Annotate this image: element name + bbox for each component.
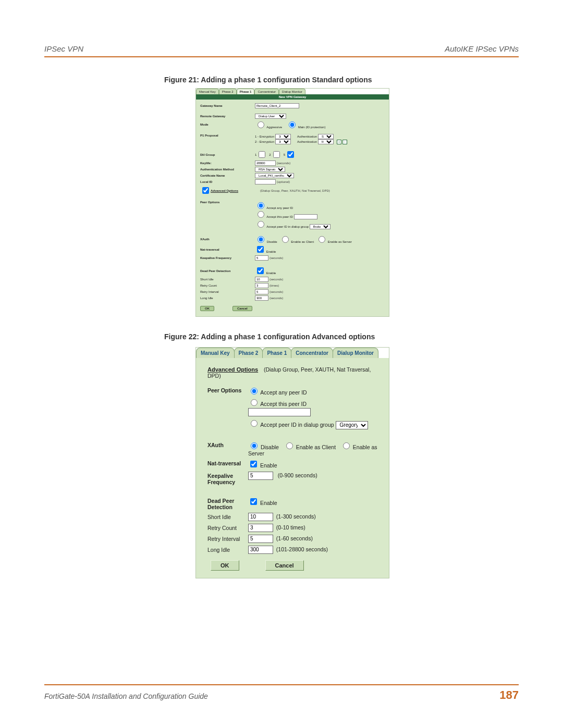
figure22-screenshot: Manual Key Phase 2 Phase 1 Concentrator …: [195, 347, 389, 578]
footer-title: FortiGate-50A Installation and Configura…: [44, 692, 208, 700]
tab22-phase2[interactable]: Phase 2: [234, 348, 263, 358]
footer-page-number: 187: [499, 688, 519, 702]
keepalive-input[interactable]: [248, 472, 273, 480]
header-left: IPSec VPN: [44, 44, 83, 53]
xauth-label: XAuth: [200, 238, 255, 241]
nat-enable-check[interactable]: Enable: [255, 244, 276, 254]
keepalive-label: Keepalive Frequency: [200, 256, 255, 260]
peer-this-radio[interactable]: Accept this peer ID: [248, 401, 307, 407]
nat-enable-check[interactable]: Enable: [248, 462, 277, 468]
dpd-label: Dead Peer Detection: [207, 497, 248, 510]
cancel-button[interactable]: Cancel: [265, 560, 304, 571]
adv-options-heading[interactable]: Advanced Options: [207, 366, 262, 373]
tab-dialup-monitor[interactable]: Dialup Monitor: [279, 89, 305, 94]
figure21-screenshot: Manual Key Phase 2 Phase 1 Concentrator …: [195, 88, 389, 317]
nat-label: Nat-traversal: [200, 248, 255, 251]
p1-auth2-select[interactable]: MD5: [318, 139, 334, 144]
retry-interval-input[interactable]: [255, 289, 268, 294]
xauth-disable-radio[interactable]: Disable: [255, 235, 277, 243]
fig21-tabs: Manual Key Phase 2 Phase 1 Concentrator …: [196, 89, 389, 94]
ok-button[interactable]: OK: [200, 306, 214, 311]
peer-group-radio[interactable]: Accept peer ID in dialup group: [248, 422, 334, 428]
local-id-label: Local ID: [200, 180, 255, 183]
mode-main-radio[interactable]: Main (ID protection): [286, 120, 325, 129]
ok-button[interactable]: OK: [211, 560, 239, 571]
tab-manual-key[interactable]: Manual Key: [196, 89, 219, 94]
mode-label: Mode: [200, 123, 255, 126]
remote-gateway-label: Remote Gateway: [200, 115, 255, 118]
retry-count-input[interactable]: [248, 524, 273, 532]
auth-method-select[interactable]: RSA Signature: [255, 167, 285, 172]
p1-proposal-label: P1 Proposal: [200, 134, 255, 137]
tab-phase2[interactable]: Phase 2: [219, 89, 237, 94]
fig22-tabs: Manual Key Phase 2 Phase 1 Concentrator …: [196, 348, 389, 358]
page-footer: FortiGate-50A Installation and Configura…: [44, 684, 519, 702]
dh2-check[interactable]: [273, 151, 280, 158]
figure22-caption: Figure 22: Adding a phase 1 configuratio…: [164, 332, 519, 341]
remote-gateway-select[interactable]: Dialup User: [255, 114, 286, 119]
peer-group-select[interactable]: Gregory: [336, 421, 368, 429]
auth-method-label: Authentication Method: [200, 168, 255, 171]
keepalive-label: Keepalive Frequency: [207, 472, 248, 485]
tab22-phase1[interactable]: Phase 1: [262, 348, 291, 358]
figure21-caption: Figure 21: Adding a phase 1 configuratio…: [164, 76, 519, 84]
mode-aggressive-radio[interactable]: Aggressive: [255, 120, 282, 129]
keylife-label: Keylife:: [200, 162, 255, 165]
peer-this-input[interactable]: [294, 214, 317, 219]
retry-count-input[interactable]: [255, 283, 268, 288]
tab22-manual-key[interactable]: Manual Key: [196, 348, 235, 358]
gateway-name-input[interactable]: [255, 103, 299, 108]
page-header: IPSec VPN AutoIKE IPSec VPNs: [44, 44, 519, 57]
keepalive-input[interactable]: [255, 255, 268, 261]
cert-name-label: Certificate Name: [200, 174, 255, 177]
peer-options-label: Peer Options: [200, 201, 255, 204]
dh1-check[interactable]: [259, 151, 265, 158]
peer-options-label: Peer Options: [207, 386, 248, 393]
dpd-label: Dead Peer Detection: [200, 269, 255, 273]
dh5-check[interactable]: [287, 151, 294, 158]
header-right: AutoIKE IPSec VPNs: [445, 44, 519, 53]
long-idle-input[interactable]: [255, 295, 268, 301]
xauth-server-radio[interactable]: Enable as Server: [316, 235, 352, 243]
peer-this-input[interactable]: [248, 408, 311, 416]
cert-name-select[interactable]: Local_PKI_certificate: [255, 173, 294, 178]
tab-phase1[interactable]: Phase 1: [237, 89, 255, 94]
dh-group-label: DH Group: [200, 153, 255, 156]
remove-icon[interactable]: −: [342, 140, 347, 144]
tab22-dialup-monitor[interactable]: Dialup Monitor: [333, 348, 378, 358]
dpd-enable-check[interactable]: Enable: [255, 266, 276, 276]
gateway-name-label: Gateway Name: [200, 104, 255, 107]
p1-enc2-select[interactable]: 3DES: [275, 139, 291, 144]
p1-auth1-select[interactable]: SHA1: [318, 134, 334, 139]
adv-options-link[interactable]: Advanced Options: [211, 189, 238, 192]
keylife-input[interactable]: [255, 161, 276, 166]
short-idle-input[interactable]: [248, 513, 273, 521]
local-id-input[interactable]: [255, 179, 276, 184]
dpd-enable-check[interactable]: Enable: [248, 500, 277, 506]
peer-this-radio[interactable]: Accept this peer ID: [255, 215, 293, 218]
adv-options-check[interactable]: [202, 187, 209, 194]
xauth-client-radio[interactable]: Enable as Client: [284, 444, 336, 450]
peer-any-radio[interactable]: Accept any peer ID: [248, 386, 377, 396]
tab22-concentrator[interactable]: Concentrator: [291, 348, 333, 358]
nat-label: Nat-traversal: [207, 459, 248, 469]
tab-concentrator[interactable]: Concentrator: [254, 89, 279, 94]
long-idle-input[interactable]: [248, 546, 273, 554]
cancel-button[interactable]: Cancel: [232, 306, 252, 311]
short-idle-input[interactable]: [255, 277, 268, 282]
xauth-label: XAuth: [207, 441, 248, 456]
xauth-disable-radio[interactable]: Disable: [248, 444, 279, 450]
add-icon[interactable]: +: [337, 140, 341, 144]
retry-interval-input[interactable]: [248, 535, 273, 543]
xauth-client-radio[interactable]: Enable as Client: [279, 235, 314, 243]
fig21-title-bar: New VPN Gateway: [196, 94, 389, 100]
p1-enc1-select[interactable]: 3DES: [275, 134, 291, 139]
peer-group-radio[interactable]: Accept peer ID in dialup group: [255, 225, 309, 228]
peer-group-select[interactable]: Brokers: [310, 224, 331, 229]
